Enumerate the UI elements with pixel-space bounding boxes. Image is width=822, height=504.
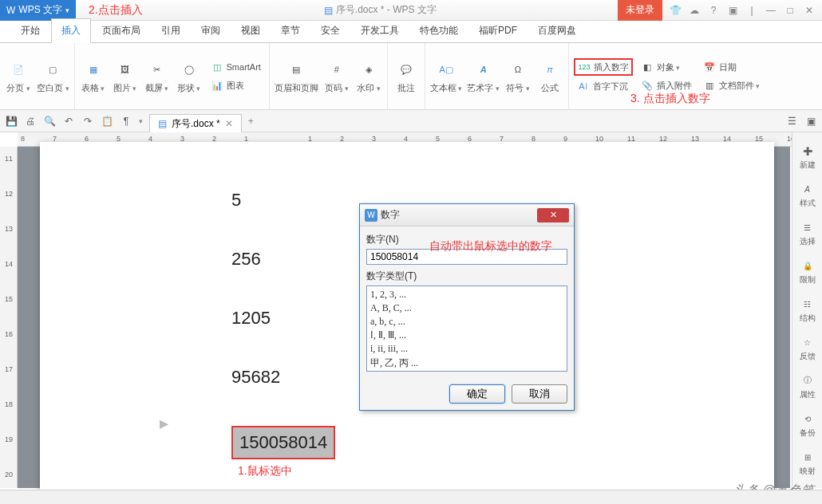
tab-review[interactable]: 审阅: [192, 19, 230, 42]
list-item[interactable]: 甲, 乙, 丙 ...: [369, 356, 565, 371]
tab-foxit[interactable]: 福昕PDF: [469, 19, 527, 42]
tab-layout[interactable]: 页面布局: [93, 19, 150, 42]
close-icon[interactable]: ✕: [803, 5, 816, 16]
docpart-icon: ▥: [703, 79, 716, 92]
sidebar-map[interactable]: ⊞映射: [800, 450, 816, 477]
doc-tab-close-icon[interactable]: ✕: [225, 118, 233, 129]
titlebar: W WPS 文字 ▾ 2.点击插入 ▤ 序号.docx * - WPS 文字 未…: [0, 0, 822, 21]
sidebar-props[interactable]: ⓘ属性: [800, 373, 816, 400]
tab-chapter[interactable]: 章节: [271, 19, 310, 42]
pagenum-button[interactable]: #页码: [323, 58, 350, 94]
blankpage-button[interactable]: ▢空白页: [37, 58, 69, 94]
window-title: ▤ 序号.docx * - WPS 文字: [143, 3, 618, 17]
number-input[interactable]: [366, 249, 567, 265]
restore-icon[interactable]: ▣: [726, 5, 739, 16]
selected-text[interactable]: 150058014: [231, 426, 335, 459]
list-item[interactable]: 1, 2, 3, ...: [369, 288, 565, 301]
sidebar-feedback[interactable]: ☆反馈: [800, 335, 816, 362]
new-tab-icon[interactable]: +: [248, 116, 254, 127]
sidebar-style[interactable]: A样式: [800, 182, 816, 209]
tab-baidu[interactable]: 百度网盘: [528, 19, 586, 42]
tab-view[interactable]: 视图: [231, 19, 270, 42]
cloud-icon[interactable]: ☁: [688, 5, 701, 16]
list-item[interactable]: i, ii, iii, ...: [369, 342, 565, 356]
wordart-button[interactable]: A艺术字: [467, 58, 500, 94]
attach-button[interactable]: 📎插入附件: [638, 77, 695, 93]
document-tab[interactable]: ▤ 序号.docx * ✕: [149, 114, 242, 133]
paging-button[interactable]: 📄分页: [5, 58, 32, 94]
login-button[interactable]: 未登录: [618, 0, 662, 21]
window-icon[interactable]: ▣: [804, 115, 817, 128]
doc-tab-label: 序号.docx *: [172, 117, 220, 131]
cancel-button[interactable]: 取消: [512, 384, 567, 404]
shape-button[interactable]: ◯形状: [176, 58, 203, 94]
list-item[interactable]: Ⅰ, Ⅱ, Ⅲ, ...: [369, 329, 565, 342]
insert-number-button[interactable]: 123插入数字: [574, 58, 633, 76]
save-icon[interactable]: 💾: [5, 115, 18, 128]
menu-tabs: 开始 插入 页面布局 引用 审阅 视图 章节 安全 开发工具 特色功能 福昕PD…: [0, 21, 822, 43]
structure-icon: ☷: [800, 297, 815, 311]
sidebar-limit[interactable]: 🔒限制: [800, 258, 816, 285]
comment-button[interactable]: 💬批注: [393, 58, 420, 94]
dialog-close-button[interactable]: ✕: [537, 208, 569, 222]
sidebar-structure[interactable]: ☷结构: [800, 297, 816, 324]
dropcap-button[interactable]: A⁞首字下沉: [574, 78, 633, 94]
list-item[interactable]: A, B, C, ...: [369, 301, 565, 315]
header-footer-icon: ▤: [285, 58, 307, 81]
chart-button[interactable]: 📊图表: [207, 77, 264, 93]
date-icon: 📅: [703, 61, 716, 73]
number-type-list[interactable]: 1, 2, 3, ... A, B, C, ... a, b, c, ... Ⅰ…: [366, 285, 567, 372]
paragraph-marker-icon: ▸: [160, 413, 168, 434]
print-icon[interactable]: 🖨: [24, 115, 37, 128]
doc-icon: ▤: [324, 5, 333, 16]
image-button[interactable]: 🖼图片: [112, 58, 139, 94]
smartart-button[interactable]: ◫SmartArt: [207, 59, 264, 75]
preview-icon[interactable]: 🔍: [43, 115, 56, 128]
qat-dropdown-icon[interactable]: ▾: [139, 117, 143, 125]
window-controls: 👕 ☁ ? ▣ | — □ ✕: [662, 5, 822, 16]
ruler-vertical: 11121314151617181920: [0, 147, 18, 488]
list-item[interactable]: a, b, c, ...: [369, 315, 565, 329]
feedback-icon: ☆: [800, 335, 815, 349]
pagenum-icon: #: [326, 58, 348, 81]
help-icon[interactable]: ?: [707, 5, 720, 16]
sidebar-backup[interactable]: ⟲备份: [800, 411, 816, 439]
list-icon[interactable]: ☰: [785, 115, 798, 128]
docpart-button[interactable]: ▥文档部件: [700, 77, 764, 93]
type-label: 数字类型(T): [366, 270, 567, 283]
shirt-icon[interactable]: 👕: [669, 5, 682, 16]
screenshot-icon: ✂: [146, 58, 168, 81]
format-icon[interactable]: ¶: [120, 115, 132, 128]
symbol-button[interactable]: Ω符号: [504, 58, 532, 94]
sidebar-select[interactable]: ☰选择: [800, 220, 816, 247]
shape-icon: ◯: [178, 58, 200, 81]
sidebar-new[interactable]: ➕新建: [800, 144, 816, 171]
table-button[interactable]: ▦表格: [80, 58, 107, 94]
tab-start[interactable]: 开始: [11, 19, 49, 42]
ok-button[interactable]: 确定: [449, 384, 505, 404]
dialog-titlebar[interactable]: W 数字 ✕: [360, 204, 574, 226]
paste-icon[interactable]: 📋: [101, 115, 113, 128]
map-icon: ⊞: [800, 450, 815, 464]
object-button[interactable]: ◧对象: [638, 59, 695, 75]
undo-icon[interactable]: ↶: [62, 115, 75, 128]
textbox-button[interactable]: A▢文本框: [430, 58, 463, 94]
app-menu-button[interactable]: W WPS 文字 ▾: [0, 0, 76, 21]
date-button[interactable]: 📅日期: [700, 59, 764, 75]
tab-features[interactable]: 特色功能: [410, 19, 468, 42]
number-icon: 123: [578, 61, 591, 73]
watermark-button[interactable]: ◈水印: [355, 58, 382, 94]
tab-reference[interactable]: 引用: [152, 19, 190, 42]
redo-icon[interactable]: ↷: [81, 115, 94, 128]
screenshot-button[interactable]: ✂截屏: [144, 58, 171, 94]
num-label: 数字(N): [366, 233, 567, 246]
equation-button[interactable]: π公式: [536, 58, 563, 94]
header-footer-button[interactable]: ▤页眉和页脚: [275, 58, 318, 94]
backup-icon: ⟲: [800, 411, 815, 426]
minimize-icon[interactable]: —: [765, 5, 777, 16]
tab-security[interactable]: 安全: [311, 19, 350, 42]
tab-devtools[interactable]: 开发工具: [351, 19, 409, 42]
maximize-icon[interactable]: □: [784, 5, 796, 16]
number-dialog: W 数字 ✕ 数字(N) 数字类型(T) 1, 2, 3, ... A, B, …: [359, 203, 575, 411]
tab-insert[interactable]: 插入: [51, 18, 91, 43]
